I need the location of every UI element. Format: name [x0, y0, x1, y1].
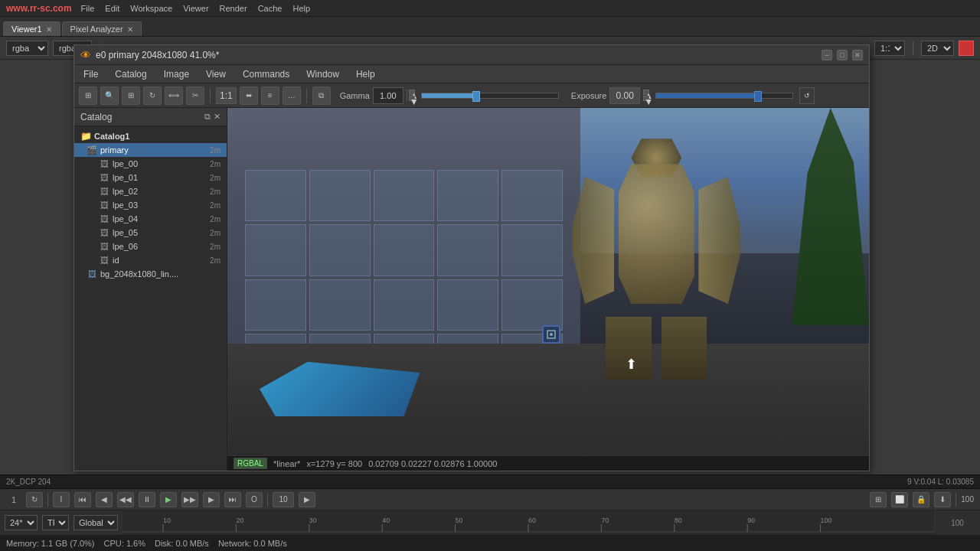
grid-btn[interactable]: ⊞	[122, 86, 140, 105]
lpe00-time: 2m	[210, 160, 220, 168]
zoom-select[interactable]: 1:1	[874, 41, 905, 56]
image-viewport[interactable]: ⬆ RGBAL *linear* x=1279 y= 800 0.02709 0…	[227, 108, 869, 471]
app-logo: www.rr-sc.com	[6, 3, 72, 14]
lpe01-icon: 🖼	[99, 172, 109, 183]
tl-down-btn[interactable]: ⬇	[934, 492, 951, 507]
catalog-close-btn[interactable]: ✕	[214, 112, 220, 122]
tree-item-lpe06[interactable]: 🖼 lpe_06 2m	[74, 240, 227, 253]
gamma-down-btn[interactable]: ▼	[409, 96, 415, 101]
play-rev-btn[interactable]: ◀◀	[117, 492, 134, 507]
tl-sep1	[47, 493, 48, 507]
gamma-up-btn[interactable]: ▲	[409, 90, 415, 95]
scope-select[interactable]: Global Local	[74, 515, 118, 530]
tree-item-lpe00[interactable]: 🖼 lpe_00 2m	[74, 157, 227, 171]
win-menu-window[interactable]: Window	[303, 67, 342, 81]
win-menu-help[interactable]: Help	[353, 67, 378, 81]
exposure-slider[interactable]	[655, 93, 793, 99]
mark-in-btn[interactable]: I	[53, 492, 70, 507]
select-tool-btn[interactable]: ⊞	[79, 86, 97, 105]
sync-btn[interactable]: ↻	[26, 492, 43, 507]
exposure-reset-btn[interactable]: ↺	[799, 87, 815, 104]
fps-select[interactable]: 24* 24 30	[5, 515, 38, 530]
tree-item-lpe04[interactable]: 🖼 lpe_04 2m	[74, 212, 227, 226]
svg-text:20: 20	[236, 517, 243, 524]
tree-item-lpe03[interactable]: 🖼 lpe_03 2m	[74, 198, 227, 212]
win-menu-commands[interactable]: Commands	[240, 67, 292, 81]
catalog-buttons: ⧉ ✕	[204, 112, 220, 122]
exposure-slider-thumb[interactable]	[754, 91, 762, 102]
menu-cache[interactable]: Cache	[258, 4, 283, 13]
lpe04-label: lpe_04	[113, 214, 207, 223]
menu-edit[interactable]: Edit	[105, 4, 119, 13]
exposure-up-btn[interactable]: ▲	[643, 90, 649, 95]
lpe04-icon: 🖼	[99, 214, 109, 224]
tl-lock-btn[interactable]: 🔒	[913, 492, 929, 507]
tree-item-primary[interactable]: 🎬 primary 2m	[74, 143, 227, 157]
gamma-slider-thumb[interactable]	[472, 91, 480, 102]
tab-bar: Viewer1 ✕ Pixel Analyzer ✕	[0, 17, 980, 37]
exposure-down-btn[interactable]: ▼	[643, 96, 649, 101]
close-button[interactable]: ✕	[852, 50, 863, 60]
stop-btn[interactable]: ⏸	[139, 492, 155, 507]
win-menu-view[interactable]: View	[203, 67, 229, 81]
lpe04-time: 2m	[210, 215, 220, 223]
flip-btn[interactable]: ⟺	[165, 86, 183, 105]
tab-viewer1[interactable]: Viewer1 ✕	[3, 21, 60, 36]
gamma-slider[interactable]	[421, 93, 559, 99]
catalog-float-btn[interactable]: ⧉	[204, 112, 211, 122]
more-btn[interactable]: …	[283, 86, 301, 105]
fit-btn[interactable]: ⬌	[240, 86, 258, 105]
window-title: e0 primary 2048x1080 41.0%*	[96, 50, 822, 60]
mark-out-btn[interactable]: O	[246, 492, 263, 507]
color-mode-select[interactable]: rgba rgb alpha	[6, 41, 48, 56]
tree-item-lpe05[interactable]: 🖼 lpe_05 2m	[74, 226, 227, 240]
tree-item-catalog1[interactable]: 📁 Catalog1	[74, 129, 227, 143]
play-fwd-btn[interactable]: ▶▶	[181, 492, 198, 507]
channel-rgbal[interactable]: RGBAL	[234, 458, 267, 469]
tree-item-lpe01[interactable]: 🖼 lpe_01 2m	[74, 171, 227, 184]
tab-pixel-analyzer[interactable]: Pixel Analyzer ✕	[62, 21, 142, 36]
color-swatch[interactable]	[959, 41, 974, 56]
tree-item-bg[interactable]: 🖼 bg_2048x1080_lin....	[74, 267, 227, 281]
gamma-label: Gamma	[340, 91, 370, 100]
lpe03-label: lpe_03	[113, 201, 207, 210]
menu-viewer[interactable]: Viewer	[183, 4, 208, 13]
go-end-btn[interactable]: ⏭	[224, 492, 241, 507]
window-pane	[245, 224, 306, 276]
crop-btn[interactable]: ✂	[186, 86, 204, 105]
go-prev-btn[interactable]: ◀	[96, 492, 113, 507]
tl-btn2[interactable]: ⬜	[891, 492, 908, 507]
zoom-tool-btn[interactable]: 🔍	[100, 86, 119, 105]
menu-help[interactable]: Help	[292, 4, 310, 13]
window-controls: − □ ✕	[822, 50, 863, 60]
robot-leg-left	[606, 317, 651, 380]
timeline-ruler: 24* 24 30 TF* Global Local 10 20 30	[0, 510, 980, 535]
tab-pixel-analyzer-close[interactable]: ✕	[127, 25, 133, 34]
lpe02-time: 2m	[210, 187, 220, 196]
play-btn[interactable]: ▶	[160, 492, 177, 507]
compare-btn[interactable]: ⧉	[312, 86, 331, 105]
menu-render[interactable]: Render	[220, 4, 247, 13]
rotate-btn[interactable]: ↻	[143, 86, 162, 105]
win-menu-catalog[interactable]: Catalog	[112, 67, 149, 81]
tl-btn1[interactable]: ⊞	[870, 492, 887, 507]
go-start-btn[interactable]: ⏮	[74, 492, 91, 507]
tab-viewer1-close[interactable]: ✕	[46, 25, 52, 34]
tf-select[interactable]: TF*	[42, 515, 69, 530]
go-next-btn[interactable]: ▶	[203, 492, 220, 507]
lpe00-label: lpe_00	[113, 159, 207, 168]
tree-item-id[interactable]: 🖼 id 2m	[74, 253, 227, 267]
gamma-input[interactable]	[373, 87, 403, 104]
menu-file[interactable]: File	[81, 4, 95, 13]
view-mode-select[interactable]: 2D 3D	[921, 41, 954, 56]
channels-btn[interactable]: ≡	[261, 86, 279, 105]
win-menu-file[interactable]: File	[80, 67, 101, 81]
exposure-input[interactable]	[609, 87, 640, 104]
tree-item-lpe02[interactable]: 🖼 lpe_02 2m	[74, 184, 227, 198]
win-menu-image[interactable]: Image	[161, 67, 192, 81]
go-interval-btn[interactable]: ▶	[299, 492, 315, 507]
menu-workspace[interactable]: Workspace	[130, 4, 172, 13]
minimize-button[interactable]: −	[822, 50, 832, 60]
bottom-info-strip: 2K_DCP 204 9 V:0.04 L: 0.03085	[0, 474, 980, 488]
maximize-button[interactable]: □	[837, 50, 848, 60]
